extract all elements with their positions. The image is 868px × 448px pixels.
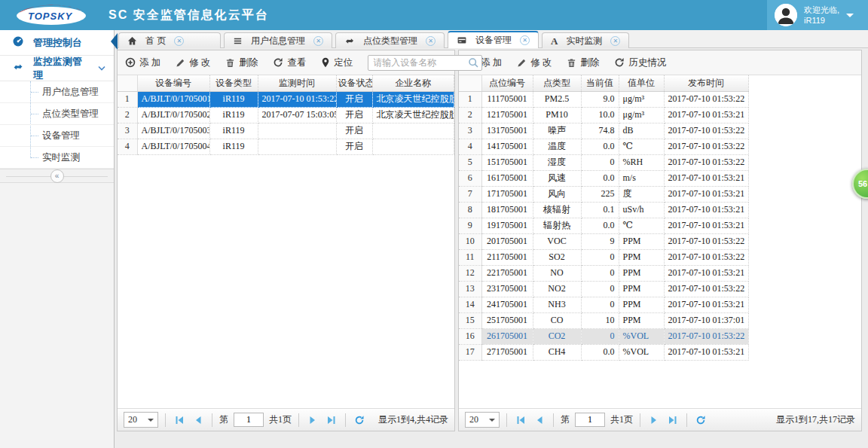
tab-realtime[interactable]: A实时监测✕ xyxy=(542,32,629,48)
search-icon[interactable] xyxy=(468,57,479,72)
history-button[interactable]: 历史情况 xyxy=(614,56,666,69)
edit-button[interactable]: 修 改 xyxy=(176,56,210,69)
tab-home[interactable]: 首 页✕ xyxy=(118,32,221,48)
point-pager: 20第共1页显示1到17,共17记录 xyxy=(459,408,861,431)
table-row[interactable]: 1111705001PM2.59.0μg/m³2017-07-10 01:53:… xyxy=(459,91,748,107)
cell: 开启 xyxy=(336,139,372,154)
welcome-text: 欢迎光临, iR119 xyxy=(804,5,839,26)
cell: 151705001 xyxy=(481,154,533,170)
delete-button[interactable]: 删除 xyxy=(567,56,599,69)
cell: 225 xyxy=(581,186,619,202)
table-row[interactable]: 9191705001辐射热0.0℃2017-07-10 01:53:21 xyxy=(459,218,748,233)
column-header: 企业名称 xyxy=(372,75,454,91)
search-input[interactable] xyxy=(368,55,482,71)
button-label: 查看 xyxy=(287,56,306,69)
list-icon xyxy=(233,36,243,46)
table-row[interactable]: 3131705001噪声74.8dB2017-07-10 01:53:22 xyxy=(459,123,748,139)
table-row[interactable]: 8181705001核辐射0.1uSv/h2017-07-10 01:53:21 xyxy=(459,202,748,218)
table-row[interactable]: 10201705001VOC9PPM2017-07-10 01:53:22 xyxy=(459,233,748,249)
table-row[interactable]: 2A/BJLT/0/1705002iR1192017-07-07 15:03:0… xyxy=(118,107,454,123)
swap-icon xyxy=(344,36,355,46)
table-row[interactable]: 3A/BJLT/0/1705003iR119开启 xyxy=(118,123,454,139)
cell: 开启 xyxy=(336,107,372,123)
table-row[interactable]: 15251705001CO10PPM2017-07-10 01:37:01 xyxy=(459,312,748,328)
table-row[interactable]: 6161705001风速0.0m/s2017-07-10 01:53:21 xyxy=(459,170,748,186)
pager-refresh-button[interactable] xyxy=(353,413,366,427)
close-icon[interactable]: ✕ xyxy=(610,36,620,46)
cell: 噪声 xyxy=(533,123,581,139)
table-row[interactable]: 2121705001PM1010.0μg/m³2017-07-10 01:53:… xyxy=(459,107,748,123)
table-row[interactable]: 17271705001CH40.0%VOL2017-07-10 01:53:21 xyxy=(459,344,748,360)
table-row[interactable]: 16261705001CO20%VOL2017-07-10 01:53:22 xyxy=(459,328,748,344)
caret-down-icon xyxy=(489,419,495,425)
button-label: 修 改 xyxy=(189,56,210,69)
cell: 2017-07-10 01:53:21 xyxy=(664,297,748,312)
sidebar-section-monitoring[interactable]: 监控监测管理 xyxy=(0,56,114,81)
pager-last-button[interactable] xyxy=(325,413,338,427)
page-number-input[interactable] xyxy=(234,413,264,427)
tab-point-type[interactable]: 点位类型管理✕ xyxy=(335,32,445,48)
table-row[interactable]: 4141705001温度0.0℃2017-07-10 01:53:22 xyxy=(459,139,748,154)
table-row[interactable]: 7171705001风向225度2017-07-10 01:53:21 xyxy=(459,186,748,202)
add-button[interactable]: 添 加 xyxy=(125,56,160,69)
row-number-cell: 13 xyxy=(459,281,481,297)
locate-button[interactable]: 定位 xyxy=(321,56,353,69)
sidebar-section-console[interactable]: 管理控制台 xyxy=(0,30,114,56)
sidebar-item-user-info[interactable]: 用户信息管理 xyxy=(0,81,114,103)
table-row[interactable]: 11211705001SO20PPM2017-07-10 01:53:22 xyxy=(459,249,748,265)
delete-button[interactable]: 删除 xyxy=(225,56,258,69)
close-icon[interactable]: ✕ xyxy=(313,36,323,46)
cell: NH3 xyxy=(533,297,581,312)
sidebar-item-realtime[interactable]: 实时监测 xyxy=(0,147,114,169)
cell: iR119 xyxy=(209,123,258,139)
cell: 0.0 xyxy=(581,218,619,233)
sidebar-item-point-type[interactable]: 点位类型管理 xyxy=(0,103,114,125)
cell: 0 xyxy=(581,328,619,344)
close-icon[interactable]: ✕ xyxy=(174,36,184,46)
page-number-input[interactable] xyxy=(575,413,605,427)
sidebar-submenu: 用户信息管理点位类型管理设备管理实时监测 xyxy=(0,81,114,169)
cell: CO xyxy=(533,312,581,328)
page-size-select[interactable]: 20 xyxy=(465,412,500,428)
pager-first-button[interactable] xyxy=(173,413,186,427)
pager-refresh-button[interactable] xyxy=(694,413,708,427)
cell: 2017-07-10 01:53:22 xyxy=(664,328,748,344)
caret-down-icon xyxy=(148,419,154,425)
user-menu[interactable]: 欢迎光临, iR119 xyxy=(767,0,868,30)
edit-button[interactable]: 修 改 xyxy=(517,56,552,69)
pager-prev-button[interactable] xyxy=(191,413,205,427)
table-row[interactable]: 12221705001NO0PPM2017-07-10 01:53:21 xyxy=(459,265,748,281)
view-button[interactable]: 查看 xyxy=(273,56,306,69)
cell: 风向 xyxy=(533,186,581,202)
row-number-cell: 4 xyxy=(459,139,481,154)
cell: 251705001 xyxy=(481,312,533,328)
table-row[interactable]: 1A/BJLT/0/1705001iR1192017-07-10 01:53:2… xyxy=(118,91,454,107)
pager-first-button[interactable] xyxy=(514,413,527,427)
refresh-icon xyxy=(273,57,283,68)
table-row[interactable]: 4A/BJLT/0/1705004iR119开启 xyxy=(118,139,454,154)
cell: 辐射热 xyxy=(533,218,581,233)
sidebar-item-device[interactable]: 设备管理 xyxy=(0,125,114,147)
close-icon[interactable]: ✕ xyxy=(426,36,436,46)
pager-next-button[interactable] xyxy=(306,413,319,427)
table-row[interactable]: 13231705001NO20PPM2017-07-10 01:53:22 xyxy=(459,281,748,297)
sidebar-collapse-button[interactable]: « xyxy=(50,169,64,183)
svg-text:TOPSKY: TOPSKY xyxy=(28,11,73,22)
cell: m/s xyxy=(619,170,664,186)
home-icon xyxy=(127,36,137,46)
pager-last-button[interactable] xyxy=(666,413,680,427)
table-row[interactable]: 5151705001湿度0%RH2017-07-10 01:53:22 xyxy=(459,154,748,170)
tab-user-info[interactable]: 用户信息管理✕ xyxy=(224,32,332,48)
table-row[interactable]: 14241705001NH30PPM2017-07-10 01:53:21 xyxy=(459,297,748,312)
cell: NO2 xyxy=(533,281,581,297)
cell: 261705001 xyxy=(481,328,533,344)
pager-prev-button[interactable] xyxy=(533,413,546,427)
sidebar-toggle-arrow-icon[interactable] xyxy=(111,33,118,50)
cell: iR119 xyxy=(209,139,258,154)
page-size-select[interactable]: 20 xyxy=(124,412,158,428)
close-icon[interactable]: ✕ xyxy=(520,35,530,45)
page-size-value: 20 xyxy=(469,414,478,425)
divider xyxy=(165,413,166,427)
pager-next-button[interactable] xyxy=(647,413,661,427)
tab-device[interactable]: 设备管理✕ xyxy=(448,31,539,48)
